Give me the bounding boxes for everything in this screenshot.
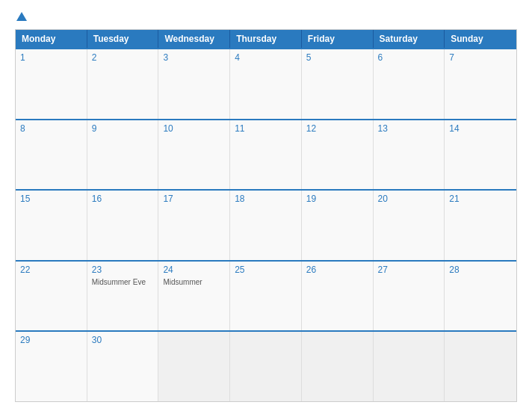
weekday-header: Monday — [16, 30, 87, 48]
calendar-cell: 23Midsummer Eve — [87, 262, 159, 331]
day-number: 3 — [163, 52, 225, 63]
day-number: 29 — [20, 335, 82, 345]
calendar-cell: 8 — [16, 120, 87, 190]
day-number: 10 — [163, 123, 225, 134]
day-number: 27 — [378, 265, 440, 275]
day-number: 22 — [20, 265, 82, 275]
calendar-week: 1234567 — [16, 48, 516, 119]
day-number: 15 — [20, 194, 82, 204]
day-number: 20 — [378, 194, 440, 204]
calendar-cell: 21 — [445, 191, 516, 260]
calendar-cell: 25 — [230, 262, 302, 331]
day-number: 28 — [449, 265, 512, 275]
day-number: 9 — [92, 123, 154, 134]
day-number: 11 — [235, 123, 297, 134]
calendar-cell: 20 — [374, 191, 445, 260]
calendar-cell: 18 — [230, 191, 302, 260]
weekday-header: Tuesday — [87, 30, 159, 48]
weekday-header: Thursday — [230, 30, 302, 48]
calendar-cell: 11 — [230, 120, 302, 190]
weekday-header: Sunday — [445, 30, 516, 48]
calendar-cell: 4 — [230, 49, 302, 119]
calendar-cell: 7 — [445, 49, 516, 119]
calendar-week: 2930 — [16, 330, 516, 401]
calendar-cell — [158, 332, 230, 401]
day-number: 30 — [92, 335, 154, 345]
logo — [15, 12, 27, 22]
calendar-page: MondayTuesdayWednesdayThursdayFridaySatu… — [0, 0, 532, 411]
calendar-week: 891011121314 — [16, 119, 516, 190]
calendar-cell: 14 — [445, 120, 516, 190]
calendar-cell: 19 — [302, 191, 374, 260]
calendar-cell: 30 — [87, 332, 159, 401]
calendar-grid: MondayTuesdayWednesdayThursdayFridaySatu… — [15, 29, 517, 402]
day-number: 26 — [306, 265, 368, 275]
calendar-cell: 16 — [87, 191, 159, 260]
calendar-cell: 17 — [158, 191, 230, 260]
day-number: 19 — [306, 194, 368, 204]
day-event: Midsummer — [163, 278, 225, 286]
calendar-cell — [302, 332, 374, 401]
calendar-cell: 10 — [158, 120, 230, 190]
calendar-body: 1234567891011121314151617181920212223Mid… — [16, 48, 516, 401]
calendar-cell: 13 — [374, 120, 445, 190]
day-number: 4 — [235, 52, 297, 63]
day-number: 18 — [235, 194, 297, 204]
calendar-cell: 3 — [158, 49, 230, 119]
day-number: 13 — [378, 123, 440, 134]
calendar-cell — [374, 332, 445, 401]
day-number: 23 — [92, 265, 154, 275]
day-number: 14 — [449, 123, 512, 134]
calendar-week: 2223Midsummer Eve24Midsummer25262728 — [16, 260, 516, 331]
day-number: 5 — [306, 52, 368, 63]
day-number: 21 — [449, 194, 512, 204]
calendar-cell: 29 — [16, 332, 87, 401]
day-number: 1 — [20, 52, 82, 63]
calendar-cell: 2 — [87, 49, 159, 119]
calendar-week: 15161718192021 — [16, 189, 516, 260]
calendar-cell: 26 — [302, 262, 374, 331]
day-number: 17 — [163, 194, 225, 204]
weekday-header: Friday — [302, 30, 374, 48]
calendar-cell: 6 — [374, 49, 445, 119]
day-number: 12 — [306, 123, 368, 134]
logo-triangle-icon — [16, 12, 27, 21]
calendar-cell: 5 — [302, 49, 374, 119]
day-number: 6 — [378, 52, 440, 63]
day-number: 16 — [92, 194, 154, 204]
day-number: 2 — [92, 52, 154, 63]
weekday-header: Saturday — [374, 30, 445, 48]
weekday-header: Wednesday — [158, 30, 230, 48]
calendar-cell: 24Midsummer — [158, 262, 230, 331]
calendar-cell: 12 — [302, 120, 374, 190]
day-number: 24 — [163, 265, 225, 275]
day-number: 7 — [449, 52, 512, 63]
day-event: Midsummer Eve — [92, 278, 154, 286]
calendar-cell — [230, 332, 302, 401]
calendar-cell: 27 — [374, 262, 445, 331]
calendar-cell: 9 — [87, 120, 159, 190]
day-number: 25 — [235, 265, 297, 275]
day-number: 8 — [20, 123, 82, 134]
calendar-cell: 1 — [16, 49, 87, 119]
calendar-cell: 28 — [445, 262, 516, 331]
calendar-cell: 22 — [16, 262, 87, 331]
header — [15, 12, 517, 22]
calendar-cell — [445, 332, 516, 401]
calendar-cell: 15 — [16, 191, 87, 260]
calendar-header: MondayTuesdayWednesdayThursdayFridaySatu… — [16, 30, 516, 48]
